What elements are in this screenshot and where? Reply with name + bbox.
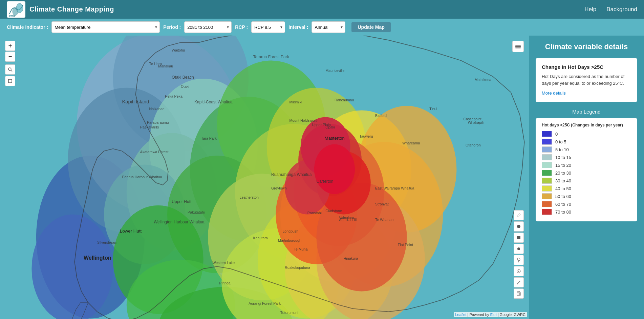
- svg-text:Longbush: Longbush: [282, 229, 298, 233]
- pencil-tool-button[interactable]: [514, 210, 524, 220]
- svg-rect-98: [8, 79, 12, 83]
- legend-box: Hot days >25C (Changes in days per year)…: [536, 118, 637, 221]
- svg-text:Otaki Beach: Otaki Beach: [172, 75, 194, 80]
- pin-tool-button[interactable]: [514, 255, 524, 265]
- legend-color-swatch: [542, 162, 552, 168]
- svg-text:Wellington: Wellington: [84, 255, 111, 261]
- header-nav: Help Background: [584, 6, 637, 13]
- legend-color-swatch: [542, 139, 552, 145]
- app-title: Climate Change Mapping: [29, 5, 114, 13]
- legend-header: Hot days >25C (Changes in days per year): [542, 123, 631, 127]
- delete-tool-button[interactable]: [514, 288, 524, 299]
- legend-label: 0: [555, 132, 558, 137]
- svg-text:Western Lake: Western Lake: [212, 261, 235, 265]
- svg-text:Kahutara: Kahutara: [253, 236, 268, 240]
- svg-text:Tinui: Tinui: [429, 107, 437, 111]
- svg-text:Masterton: Masterton: [325, 136, 345, 141]
- svg-text:Ruamahanga Whaitua: Ruamahanga Whaitua: [271, 172, 312, 177]
- svg-text:Mauriceville: Mauriceville: [325, 68, 344, 73]
- point-tool-button[interactable]: [514, 244, 524, 254]
- square-tool-button[interactable]: [514, 233, 524, 243]
- layer-toggle-button[interactable]: [512, 41, 524, 52]
- rcp-select[interactable]: RCP 4.5 RCP 8.5: [251, 21, 285, 33]
- svg-text:Lower Hutt: Lower Hutt: [120, 228, 142, 234]
- legend-label: 0 to 5: [555, 139, 566, 144]
- svg-rect-107: [517, 292, 520, 296]
- attribution-text: | Powered by: [468, 313, 490, 317]
- svg-text:Mikimiki: Mikimiki: [289, 100, 302, 104]
- more-details-link[interactable]: More details: [542, 91, 566, 96]
- variable-details-desc: Hot Days are considered as the number of…: [542, 73, 631, 86]
- svg-text:Paekakariki: Paekakariki: [140, 125, 159, 129]
- update-map-button[interactable]: Update Map: [351, 22, 390, 32]
- right-panel: Climate variable details Change in Hot D…: [529, 36, 644, 319]
- legend-color-swatch: [542, 193, 552, 199]
- svg-text:Otahoron: Otahoron: [466, 143, 481, 147]
- zoom-out-button[interactable]: −: [5, 52, 15, 62]
- svg-text:Tauweru: Tauweru: [359, 134, 373, 138]
- background-link[interactable]: Background: [606, 6, 637, 13]
- svg-text:Admiral Hill: Admiral Hill: [339, 218, 357, 222]
- header-left: GWRC Climate Change Mapping: [7, 1, 114, 18]
- legend-row: 0: [542, 131, 631, 137]
- svg-text:Kapiti-Coast Whaitua: Kapiti-Coast Whaitua: [194, 100, 233, 104]
- variable-details-title: Change in Hot Days >25C: [542, 64, 631, 70]
- svg-text:Ponatahi: Ponatahi: [307, 211, 322, 215]
- svg-text:Ranchumau: Ranchumau: [335, 98, 354, 102]
- legend-label: 30 to 40: [555, 178, 571, 183]
- period-label: Period :: [163, 24, 181, 30]
- leaflet-link[interactable]: Leaflet: [455, 313, 467, 317]
- svg-text:Mount Holdsworth: Mount Holdsworth: [289, 118, 318, 122]
- svg-point-6: [31, 214, 113, 319]
- legend-row: 50 to 60: [542, 193, 631, 199]
- panel-title: Climate variable details: [536, 42, 637, 51]
- edit-tool-button[interactable]: [514, 277, 524, 287]
- pin-icon: [517, 258, 521, 262]
- map-search-button[interactable]: [5, 64, 15, 75]
- svg-text:Greytown: Greytown: [271, 186, 287, 190]
- esri-link[interactable]: Esri: [490, 313, 497, 317]
- svg-point-2: [13, 7, 18, 16]
- logo-icon: GWRC: [8, 2, 25, 17]
- legend-label: 50 to 60: [555, 194, 571, 199]
- svg-text:Manakau: Manakau: [158, 64, 173, 68]
- svg-text:Tararua Forest Park: Tararua Forest Park: [253, 55, 289, 59]
- radius-tool-button[interactable]: [514, 266, 524, 276]
- map-extent-button[interactable]: [5, 76, 15, 86]
- legend-label: 70 to 80: [555, 210, 571, 215]
- legend-color-swatch: [542, 185, 552, 192]
- climate-indicator-select[interactable]: Mean temperature Hot Days >25C Rainfall …: [51, 21, 160, 33]
- map-attribution: Leaflet | Powered by Esri | Google, GWRC: [454, 312, 528, 317]
- svg-point-102: [517, 258, 520, 261]
- search-icon: [8, 67, 13, 72]
- legend-row: 40 to 50: [542, 185, 631, 192]
- svg-point-37: [314, 144, 355, 194]
- legend-row: 30 to 40: [542, 178, 631, 184]
- legend-color-swatch: [542, 209, 552, 215]
- legend-label: 40 to 50: [555, 186, 571, 191]
- app-header: GWRC Climate Change Mapping Help Backgro…: [0, 0, 644, 19]
- svg-text:Martinborough: Martinborough: [278, 238, 301, 242]
- svg-line-97: [11, 70, 12, 72]
- period-select[interactable]: 2031 to 2050 2051 to 2070 2081 to 2100: [184, 21, 232, 33]
- legend-row: 60 to 70: [542, 201, 631, 207]
- pencil-icon: [516, 213, 521, 218]
- layers-icon: [515, 43, 521, 50]
- svg-text:Gladstone: Gladstone: [325, 209, 342, 213]
- logo-box: GWRC: [7, 1, 25, 18]
- svg-text:Pirinoa: Pirinoa: [219, 281, 230, 285]
- circle-tool-button[interactable]: [514, 221, 524, 232]
- legend-color-swatch: [542, 154, 552, 160]
- svg-text:Stronvat: Stronvat: [375, 202, 389, 206]
- radius-icon: [517, 269, 521, 273]
- legend-row: 70 to 80: [542, 209, 631, 215]
- map-container[interactable]: Kapiti Island Wellington Lower Hutt Mast…: [0, 36, 529, 319]
- svg-text:Whakapili: Whakapili: [468, 120, 484, 124]
- interval-select[interactable]: Annual Summer Autumn Winter Spring: [312, 21, 345, 33]
- zoom-in-button[interactable]: +: [5, 41, 15, 51]
- legend-row: 15 to 20: [542, 162, 631, 168]
- help-link[interactable]: Help: [584, 6, 596, 13]
- circle-icon: [517, 225, 520, 228]
- svg-text:Ruakokoputuna: Ruakokoputuna: [285, 265, 310, 270]
- edit-icon: [516, 280, 521, 285]
